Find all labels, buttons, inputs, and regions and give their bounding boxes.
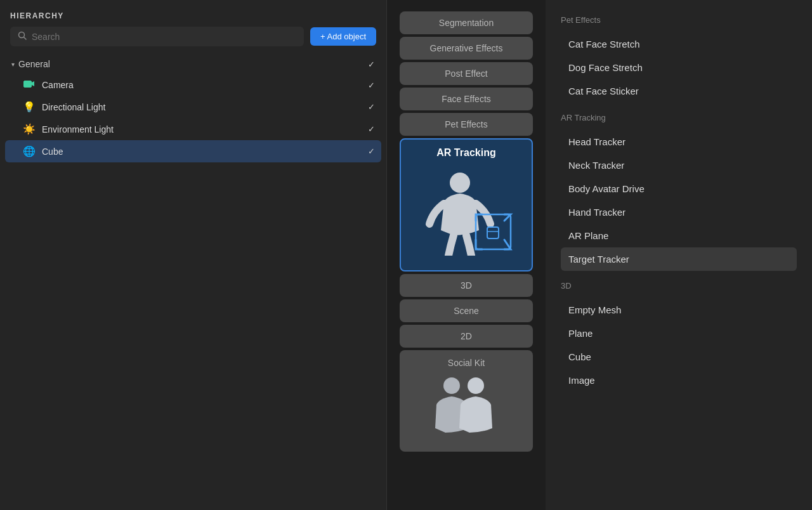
directional-light-check-icon: ✓ xyxy=(368,102,375,112)
chevron-down-icon: ▾ xyxy=(11,61,15,68)
right-item-dog-face-stretch[interactable]: Dog Face Stretch xyxy=(561,56,797,79)
pet-effects-section: Pet Effects Cat Face Stretch Dog Face St… xyxy=(561,15,797,103)
right-item-head-tracker[interactable]: Head Tracker xyxy=(561,130,797,154)
ar-plane-label: AR Plane xyxy=(568,230,608,241)
hierarchy-item-environment-light[interactable]: ☀️ Environment Light ✓ xyxy=(5,118,381,140)
face-effects-label: Face Effects xyxy=(442,94,491,104)
cube-icon: 🌐 xyxy=(23,145,36,157)
2d-card[interactable]: 2D xyxy=(400,325,533,348)
hierarchy-item-camera[interactable]: Camera ✓ xyxy=(5,74,381,96)
camera-check-icon: ✓ xyxy=(368,81,375,90)
image-label: Image xyxy=(568,375,595,386)
target-tracker-label: Target Tracker xyxy=(568,254,629,265)
hierarchy-item-directional-light[interactable]: 💡 Directional Light ✓ xyxy=(5,96,381,118)
environment-light-check-icon: ✓ xyxy=(368,124,375,134)
right-item-ar-plane[interactable]: AR Plane xyxy=(561,224,797,247)
svg-point-8 xyxy=(468,377,484,394)
ar-tracking-title: AR Tracking xyxy=(561,113,797,122)
ar-tracking-card[interactable]: AR Tracking xyxy=(400,138,533,271)
camera-label: Camera xyxy=(42,80,368,90)
empty-mesh-label: Empty Mesh xyxy=(568,304,621,315)
social-kit-figure xyxy=(400,368,533,444)
neck-tracker-label: Neck Tracker xyxy=(568,160,624,171)
plane-label: Plane xyxy=(568,328,593,339)
3d-card[interactable]: 3D xyxy=(400,274,533,297)
svg-line-1 xyxy=(24,37,27,40)
hierarchy-toolbar: + Add object xyxy=(0,27,386,54)
post-effect-label: Post Effect xyxy=(445,69,487,79)
pet-effects-label: Pet Effects xyxy=(445,119,487,129)
hierarchy-item-cube[interactable]: 🌐 Cube ✓ xyxy=(5,140,381,162)
social-kit-card[interactable]: Social Kit xyxy=(400,350,533,452)
svg-rect-6 xyxy=(487,227,499,239)
hand-tracker-label: Hand Tracker xyxy=(568,207,625,218)
cube-label: Cube xyxy=(42,147,368,157)
search-icon xyxy=(18,31,27,42)
scene-label: Scene xyxy=(454,306,479,316)
svg-marker-3 xyxy=(32,81,34,86)
head-tracker-label: Head Tracker xyxy=(568,136,625,147)
right-item-neck-tracker[interactable]: Neck Tracker xyxy=(561,154,797,177)
generative-effects-label: Generative Effects xyxy=(430,43,503,53)
face-effects-card[interactable]: Face Effects xyxy=(400,88,533,110)
pet-effects-title: Pet Effects xyxy=(561,15,797,25)
3d-section: 3D Empty Mesh Plane Cube Image xyxy=(561,281,797,392)
svg-point-7 xyxy=(443,377,460,394)
right-item-body-avatar-drive[interactable]: Body Avatar Drive xyxy=(561,177,797,200)
post-effect-card[interactable]: Post Effect xyxy=(400,62,533,85)
body-avatar-drive-label: Body Avatar Drive xyxy=(568,183,645,194)
segmentation-label: Segmentation xyxy=(439,18,494,28)
ar-tracking-label: AR Tracking xyxy=(436,147,495,159)
right-item-cube-3d[interactable]: Cube xyxy=(561,345,797,369)
right-item-hand-tracker[interactable]: Hand Tracker xyxy=(561,200,797,224)
general-check-icon: ✓ xyxy=(368,60,375,69)
scene-card[interactable]: Scene xyxy=(400,299,533,322)
directional-light-icon: 💡 xyxy=(23,101,36,113)
svg-rect-2 xyxy=(24,81,32,88)
3d-label: 3D xyxy=(461,280,472,291)
2d-label: 2D xyxy=(461,331,472,341)
right-item-cat-face-sticker[interactable]: Cat Face Sticker xyxy=(561,79,797,103)
general-group-label: General xyxy=(18,59,368,69)
search-input[interactable] xyxy=(32,32,296,42)
right-item-image[interactable]: Image xyxy=(561,369,797,392)
cat-face-stretch-label: Cat Face Stretch xyxy=(568,39,640,49)
directional-light-label: Directional Light xyxy=(42,102,368,112)
cube-3d-label: Cube xyxy=(568,351,591,362)
general-group-header[interactable]: ▾ General ✓ xyxy=(5,54,381,74)
add-object-button[interactable]: + Add object xyxy=(310,27,376,46)
right-item-target-tracker[interactable]: Target Tracker xyxy=(561,247,797,271)
3d-section-title: 3D xyxy=(561,281,797,291)
hierarchy-title: HIERARCHY xyxy=(0,0,386,27)
environment-light-icon: ☀️ xyxy=(23,123,36,135)
hierarchy-panel: HIERARCHY + Add object ▾ General ✓ xyxy=(0,0,387,510)
svg-point-4 xyxy=(450,173,470,193)
center-panel: Segmentation Generative Effects Post Eff… xyxy=(387,0,546,510)
ar-tracking-figure xyxy=(401,164,532,259)
ar-tracking-section: AR Tracking Head Tracker Neck Tracker Bo… xyxy=(561,113,797,271)
camera-icon xyxy=(23,79,36,91)
right-item-plane[interactable]: Plane xyxy=(561,322,797,345)
search-box xyxy=(10,27,304,46)
social-kit-label: Social Kit xyxy=(448,358,485,368)
right-item-empty-mesh[interactable]: Empty Mesh xyxy=(561,298,797,322)
generative-effects-card[interactable]: Generative Effects xyxy=(400,37,533,60)
pet-effects-card[interactable]: Pet Effects xyxy=(400,113,533,136)
cube-check-icon: ✓ xyxy=(368,147,375,156)
right-panel: Pet Effects Cat Face Stretch Dog Face St… xyxy=(546,0,812,510)
hierarchy-list: ▾ General ✓ Camera ✓ 💡 Directional Light… xyxy=(0,54,386,162)
segmentation-card[interactable]: Segmentation xyxy=(400,11,533,34)
right-item-cat-face-stretch[interactable]: Cat Face Stretch xyxy=(561,32,797,56)
environment-light-label: Environment Light xyxy=(42,124,368,134)
cat-face-sticker-label: Cat Face Sticker xyxy=(568,86,639,96)
dog-face-stretch-label: Dog Face Stretch xyxy=(568,62,643,73)
